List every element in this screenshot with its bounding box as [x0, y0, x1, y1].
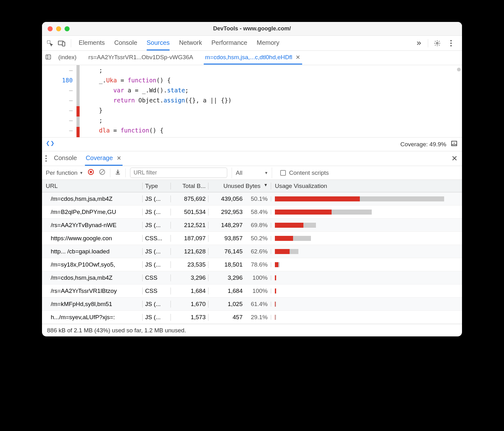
coverage-row[interactable]: /m=cdos,hsm,jsa,mb4ZJS (...875,692439,05…: [42, 192, 462, 205]
url-filter-input[interactable]: [130, 168, 227, 178]
tab-network[interactable]: Network: [179, 36, 202, 50]
minimize-window-button[interactable]: [56, 26, 61, 31]
window-controls: [42, 26, 70, 31]
col-header-type[interactable]: Type: [142, 183, 171, 190]
main-toolbar: ElementsConsoleSourcesNetworkPerformance…: [42, 36, 462, 51]
coverage-scope-dropdown[interactable]: Per function ▼: [46, 169, 83, 176]
coverage-summary-footer: 886 kB of 2.1 MB (43%) used so far, 1.2 …: [42, 324, 462, 336]
svg-point-5: [450, 42, 452, 44]
col-header-total-bytes[interactable]: Total B...: [171, 183, 208, 190]
main-tabs: ElementsConsoleSourcesNetworkPerformance…: [76, 36, 412, 50]
vertical-scrollbar-thumb[interactable]: [457, 68, 461, 71]
record-icon[interactable]: [87, 169, 94, 177]
tab-elements[interactable]: Elements: [79, 36, 105, 50]
show-navigator-icon[interactable]: [45, 54, 51, 62]
svg-rect-2: [62, 42, 65, 46]
drawer-close-icon[interactable]: ✕: [451, 154, 458, 163]
coverage-row[interactable]: /rs=AA2YrTvBynad-nWEJS (...212,521148,29…: [42, 219, 462, 232]
svg-point-6: [450, 45, 452, 46]
close-tab-icon[interactable]: ✕: [295, 54, 301, 61]
drawer-tab-coverage[interactable]: Coverage✕: [85, 151, 123, 166]
source-file-tabs: (index)rs=AA2YrTssrVR1...Obv1DSp-vWG36Am…: [42, 51, 462, 65]
clear-icon[interactable]: [99, 169, 106, 177]
col-header-url[interactable]: URL: [42, 183, 142, 190]
coverage-row[interactable]: h.../m=syev,aLUfP?xjs=:JS (...1,57345729…: [42, 311, 462, 324]
coverage-row[interactable]: /m=B2qlPe,DhPYme,GUJS (...501,534292,953…: [42, 205, 462, 219]
export-icon[interactable]: [115, 169, 121, 177]
coverage-row[interactable]: /m=cdos,hsm,jsa,mb4ZCSS3,2963,296100%: [42, 271, 462, 284]
tab-performance[interactable]: Performance: [212, 36, 248, 50]
svg-rect-7: [46, 55, 51, 59]
overflow-tabs-icon[interactable]: [414, 39, 423, 48]
svg-point-3: [436, 42, 438, 44]
devtools-window: DevTools - www.google.com/ ElementsConso…: [42, 22, 462, 336]
titlebar: DevTools - www.google.com/: [42, 22, 462, 36]
device-toggle-icon[interactable]: [57, 39, 66, 48]
coverage-table-header: URL Type Total B... Unused Bytes▼ Usage …: [42, 180, 462, 192]
settings-icon[interactable]: [433, 39, 442, 48]
file-tab[interactable]: m=cdos,hsm,jsa,...c,dtl0hd,eHDfl✕: [204, 51, 302, 65]
coverage-row[interactable]: /m=kMFpHd,sy8l,bm51JS (...1,6701,02561.4…: [42, 298, 462, 311]
maximize-window-button[interactable]: [65, 26, 70, 31]
col-header-unused-bytes[interactable]: Unused Bytes▼: [208, 183, 271, 190]
svg-point-4: [450, 40, 452, 41]
tab-console[interactable]: Console: [114, 36, 137, 50]
close-window-button[interactable]: [48, 26, 53, 31]
svg-point-13: [45, 160, 47, 162]
content-scripts-checkbox[interactable]: Content scripts: [276, 169, 329, 176]
file-tab[interactable]: rs=AA2YrTssrVR1...Obv1DSp-vWG36A: [87, 51, 194, 65]
tab-memory[interactable]: Memory: [257, 36, 279, 50]
inspect-icon[interactable]: [45, 39, 55, 48]
svg-point-15: [90, 171, 92, 173]
coverage-percent-label: Coverage: 49.9%: [400, 141, 446, 148]
coverage-row[interactable]: http... /cb=gapi.loadedJS (...121,62876,…: [42, 245, 462, 258]
svg-line-17: [101, 170, 104, 174]
coverage-strip: [76, 65, 80, 137]
coverage-row[interactable]: /rs=AA2YrTssrVR1lBtzoyCSS1,6841,684100%: [42, 284, 462, 298]
code-lines: ; _.Uka = function() { var a = _.Wd().st…: [80, 65, 462, 137]
type-filter-dropdown[interactable]: All ▼: [232, 168, 272, 178]
svg-point-12: [45, 158, 47, 159]
coverage-row[interactable]: https://www.google.conCSS...187,09793,85…: [42, 232, 462, 245]
file-tab[interactable]: (index): [57, 51, 78, 65]
more-menu-icon[interactable]: [446, 39, 456, 48]
close-drawer-tab-icon[interactable]: ✕: [116, 155, 122, 162]
col-header-visualization[interactable]: Usage Visualization: [271, 183, 462, 190]
source-status-bar: Coverage: 49.9%: [42, 137, 462, 151]
coverage-table: URL Type Total B... Unused Bytes▼ Usage …: [42, 180, 462, 324]
collapse-drawer-icon[interactable]: [451, 140, 458, 148]
coverage-row[interactable]: /m=sy18x,P10Owf,syo5,JS (...23,53518,501…: [42, 258, 462, 271]
line-gutter: – 180 – – – – –: [42, 65, 76, 137]
svg-point-11: [45, 155, 47, 157]
coverage-toolbar: Per function ▼ All ▼ Content scripts: [42, 166, 462, 180]
drawer-more-icon[interactable]: [45, 155, 47, 162]
window-title: DevTools - www.google.com/: [42, 25, 462, 32]
drawer-tabs: ConsoleCoverage✕ ✕: [42, 151, 462, 166]
tab-sources[interactable]: Sources: [147, 36, 170, 50]
source-code-viewer[interactable]: – 180 – – – – – ; _.Uka = function() { v…: [42, 65, 462, 137]
drawer-tab-console[interactable]: Console: [53, 151, 77, 166]
pretty-print-icon[interactable]: [46, 140, 54, 148]
